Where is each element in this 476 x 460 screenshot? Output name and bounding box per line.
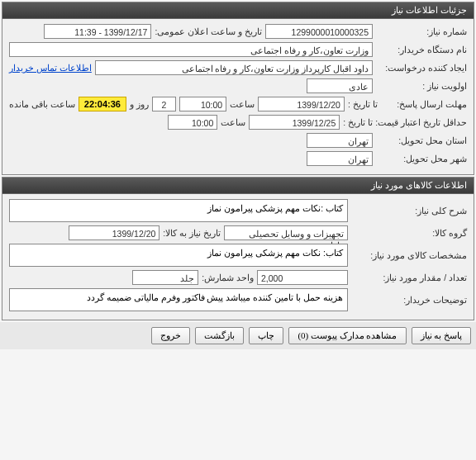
qty-label: تعداد / مقدار مورد نیاز: (351, 273, 467, 282)
need-date-field: 1399/12/20 (69, 225, 159, 240)
priority-field: عادی (307, 78, 373, 93)
back-button[interactable]: بازگشت (195, 327, 244, 344)
response-time-label: ساعت (230, 99, 255, 109)
city-field: تهران (307, 151, 373, 166)
response-date-field: 1399/12/20 (258, 97, 345, 111)
province-label: استان محل تحویل: (376, 135, 467, 145)
min-valid-time-field: 10:00 (168, 115, 217, 130)
spec-field: کتاب: نکات مهم پزشکی پیرامون نماز (9, 244, 348, 267)
public-datetime-label: تاریخ و ساعت اعلان عمومی: (155, 26, 262, 36)
need-no-label: شماره نیاز: (376, 26, 467, 36)
response-deadline-label: مهلت ارسال پاسخ: (381, 99, 467, 109)
min-valid-label: حداقل تاریخ اعتبار قیمت: (376, 117, 467, 127)
day-label: روز و (130, 99, 149, 109)
view-docs-button[interactable]: مشاهده مدارک پیوست (0) (288, 327, 406, 344)
buyer-org-label: نام دستگاه خریدار: (376, 45, 467, 55)
need-details-header: جزئیات اطلاعات نیاز (2, 2, 474, 19)
unit-field: جلد (132, 270, 198, 285)
need-details-panel: جزئیات اطلاعات نیاز شماره نیاز: 12990000… (2, 2, 474, 175)
spec-label: مشخصات کالای مورد نیاز: (351, 250, 467, 260)
goods-title: اطلاعات کالاهای مورد نیاز (371, 180, 467, 190)
respond-button[interactable]: پاسخ به نیاز (412, 327, 472, 344)
buyer-contact-link[interactable]: اطلاعات تماس خریدار (9, 63, 92, 73)
requester-label: ایجاد کننده درخواست: (376, 63, 467, 73)
group-field: تجهیزات و وسایل تحصیلی واداری (224, 225, 348, 240)
need-details-title: جزئیات اطلاعات نیاز (392, 5, 467, 15)
to-date-label: تا تاریخ : (348, 99, 378, 109)
province-field: تهران (307, 133, 373, 148)
to-date-label-2: تا تاریخ : (343, 117, 373, 127)
buyer-notes-field: هزینه حمل با تامین کننده میباشد پیش فاکت… (9, 288, 348, 311)
group-label: گروه کالا: (351, 228, 467, 238)
requester-field: داود اقبال کارپرداز وزارت تعاون،کار و رف… (95, 60, 373, 75)
buyer-org-field: وزارت تعاون،کار و رفاه اجتماعی (9, 42, 373, 57)
print-button[interactable]: چاپ (249, 327, 283, 344)
days-remaining-field: 2 (152, 97, 176, 111)
need-date-label: تاریخ نیاز به کالا: (163, 228, 221, 238)
min-valid-date-field: 1399/12/25 (249, 115, 340, 130)
priority-label: اولویت نیاز : (376, 81, 467, 91)
goods-panel: اطلاعات کالاهای مورد نیاز شرح کلی نیاز: … (2, 177, 474, 320)
city-label: شهر محل تحویل: (376, 154, 467, 164)
buyer-notes-label: توضیحات خریدار: (351, 295, 467, 305)
exit-button[interactable]: خروج (151, 327, 190, 344)
goods-header: اطلاعات کالاهای مورد نیاز (2, 178, 474, 194)
public-datetime-field: 1399/12/17 - 11:39 (44, 24, 151, 39)
desc-field: کتاب :نکات مهم پزشکی پیرامون نماز (9, 199, 348, 222)
remaining-suffix: ساعت باقی مانده (9, 99, 75, 109)
need-no-field: 1299000010000325 (265, 24, 373, 39)
button-bar: پاسخ به نیاز مشاهده مدارک پیوست (0) چاپ … (0, 322, 476, 349)
countdown-timer: 22:04:36 (79, 97, 126, 111)
response-time-field: 10:00 (179, 97, 226, 111)
unit-label: واحد شمارش: (202, 273, 254, 282)
desc-label: شرح کلی نیاز: (351, 206, 467, 216)
min-valid-time-label: ساعت (221, 117, 245, 127)
qty-field: 2,000 (257, 270, 348, 285)
